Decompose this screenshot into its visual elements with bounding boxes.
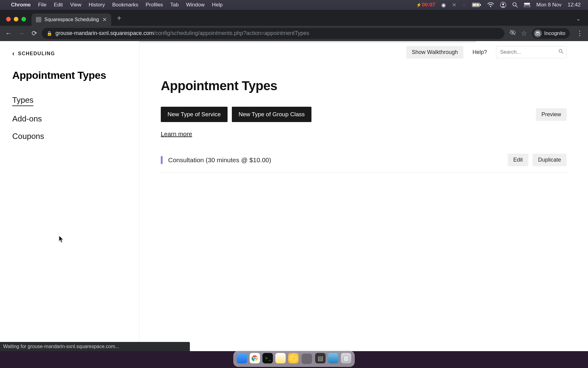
- user-icon[interactable]: [497, 2, 509, 8]
- window-minimize-button[interactable]: [14, 17, 18, 21]
- chrome-menu-button[interactable]: ⋮: [575, 29, 585, 37]
- learn-more-link[interactable]: Learn more: [161, 131, 192, 138]
- svg-rect-1: [480, 4, 481, 6]
- url-path: /config/scheduling/appointments.php?acti…: [154, 30, 309, 36]
- new-group-class-button[interactable]: New Type of Group Class: [232, 107, 311, 122]
- browser-status-bar: Waiting for grouse-mandarin-sxnl.squares…: [0, 342, 190, 351]
- window-zoom-button[interactable]: [21, 17, 26, 21]
- menu-view[interactable]: View: [66, 2, 85, 8]
- tab-title: Squarespace Scheduling: [44, 17, 99, 22]
- menu-edit[interactable]: Edit: [50, 2, 66, 8]
- chrome-window: Squarespace Scheduling ✕ ＋ ⌄ ← → ⟳ 🔒 gro…: [0, 10, 588, 351]
- menu-history[interactable]: History: [85, 2, 108, 8]
- svg-rect-10: [524, 5, 530, 7]
- menu-file[interactable]: File: [34, 2, 50, 8]
- control-center-icon[interactable]: [521, 3, 533, 7]
- menu-bookmarks[interactable]: Bookmarks: [108, 2, 142, 8]
- toolbar-row: ← → ⟳ 🔒 grouse-mandarin-sxnl.squarespace…: [0, 26, 588, 41]
- sidebar-item-addons[interactable]: Add-ons: [12, 114, 127, 124]
- svg-rect-24: [345, 355, 347, 355]
- window-close-button[interactable]: [6, 17, 11, 21]
- tab-close-button[interactable]: ✕: [102, 16, 107, 23]
- menu-app[interactable]: Chrome: [7, 2, 34, 8]
- search-input[interactable]: [496, 46, 567, 58]
- menubar-date[interactable]: Mon 8 Nov: [533, 2, 564, 8]
- dock-notes-icon[interactable]: [275, 353, 286, 363]
- dock-app-bolt-icon[interactable]: ⚡: [288, 353, 299, 363]
- menu-help[interactable]: Help: [208, 2, 226, 8]
- svg-line-17: [562, 52, 563, 54]
- bookmark-star-icon[interactable]: ☆: [521, 29, 527, 37]
- nav-forward-button[interactable]: →: [16, 28, 27, 39]
- status-text: Waiting for grouse-mandarin-sxnl.squares…: [3, 344, 119, 349]
- menubar-app-icon-3[interactable]: ∴: [459, 2, 469, 8]
- incognito-chip[interactable]: Incognito: [532, 28, 570, 39]
- tab-list-button[interactable]: ⌄: [576, 15, 581, 22]
- eye-off-icon[interactable]: [509, 29, 516, 37]
- loading-progress-bar: [139, 41, 476, 43]
- nav-back-button[interactable]: ←: [3, 28, 14, 39]
- help-link[interactable]: Help?: [473, 49, 487, 56]
- lock-icon: 🔒: [47, 31, 52, 36]
- dock-terminal-icon[interactable]: ＞_: [262, 353, 273, 363]
- menubar-app-icon-2[interactable]: ✕: [449, 2, 459, 8]
- svg-point-4: [490, 6, 491, 7]
- search-field-wrap: [496, 46, 567, 58]
- window-controls: [6, 17, 26, 21]
- preview-button[interactable]: Preview: [536, 108, 567, 121]
- menubar-time[interactable]: 12:42: [564, 2, 584, 8]
- menu-tab[interactable]: Tab: [167, 2, 182, 8]
- address-bar[interactable]: 🔒 grouse-mandarin-sxnl.squarespace.com/c…: [42, 28, 504, 39]
- incognito-icon: [534, 29, 542, 37]
- dock-chrome-icon[interactable]: [250, 353, 260, 363]
- dock-separator: [302, 354, 312, 364]
- browser-tab[interactable]: Squarespace Scheduling ✕: [32, 13, 111, 26]
- top-toolbar: Show Walkthrough Help?: [161, 42, 567, 62]
- menu-window[interactable]: Window: [183, 2, 208, 8]
- back-label: SCHEDULING: [18, 51, 55, 56]
- svg-line-8: [516, 6, 518, 8]
- new-service-button[interactable]: New Type of Service: [161, 107, 228, 122]
- wifi-icon[interactable]: [484, 2, 497, 7]
- dock-finder-icon[interactable]: [237, 353, 247, 363]
- sidebar-nav: Types Add-ons Coupons: [12, 95, 127, 141]
- menu-profiles[interactable]: Profiles: [142, 2, 167, 8]
- mac-menubar: Chrome File Edit View History Bookmarks …: [0, 0, 588, 10]
- new-tab-button[interactable]: ＋: [115, 13, 123, 23]
- search-icon: [559, 49, 564, 56]
- incognito-label: Incognito: [544, 30, 565, 36]
- dock-ide-icon[interactable]: ▤: [315, 353, 326, 363]
- battery-status-icon[interactable]: ⚡00:07: [413, 2, 438, 8]
- battery-icon[interactable]: ⚡: [469, 3, 484, 7]
- svg-point-7: [513, 3, 516, 6]
- url-host: grouse-mandarin-sxnl.squarespace.com: [55, 30, 154, 36]
- sidebar: ‹ SCHEDULING Appointment Types Types Add…: [0, 41, 139, 351]
- back-to-scheduling[interactable]: ‹ SCHEDULING: [12, 50, 127, 57]
- show-walkthrough-button[interactable]: Show Walkthrough: [406, 46, 463, 59]
- tab-strip: Squarespace Scheduling ✕ ＋ ⌄: [0, 10, 588, 26]
- chevron-left-icon: ‹: [12, 50, 15, 57]
- dock-preview-icon[interactable]: [328, 353, 338, 363]
- appointment-edit-button[interactable]: Edit: [508, 154, 528, 166]
- appointment-row: Consultation (30 minutes @ $10.00) Edit …: [161, 149, 567, 173]
- appointment-duplicate-button[interactable]: Duplicate: [533, 154, 567, 166]
- nav-reload-button[interactable]: ⟳: [29, 28, 40, 39]
- dock-trash-icon[interactable]: [341, 353, 351, 363]
- sidebar-heading: Appointment Types: [12, 69, 127, 81]
- svg-point-6: [502, 3, 504, 5]
- svg-rect-23: [343, 355, 349, 356]
- svg-point-13: [536, 33, 537, 35]
- svg-point-14: [538, 33, 540, 35]
- menubar-app-icon-1[interactable]: ◉: [438, 2, 449, 8]
- spotlight-icon[interactable]: [509, 2, 521, 8]
- svg-point-21: [254, 358, 255, 359]
- battery-timer: 00:07: [422, 2, 435, 8]
- svg-point-16: [559, 49, 562, 52]
- action-row: New Type of Service New Type of Group Cl…: [161, 107, 567, 122]
- svg-rect-9: [524, 3, 530, 5]
- page-title: Appointment Types: [161, 79, 567, 93]
- sidebar-item-types[interactable]: Types: [12, 95, 33, 106]
- appointment-label[interactable]: Consultation (30 minutes @ $10.00): [168, 156, 502, 164]
- tab-favicon-icon: [36, 17, 41, 22]
- sidebar-item-coupons[interactable]: Coupons: [12, 132, 127, 141]
